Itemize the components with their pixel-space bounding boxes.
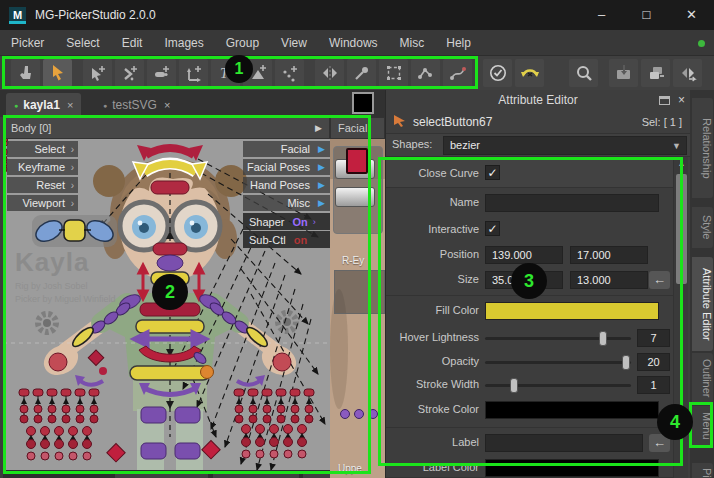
opacity-slider[interactable] xyxy=(485,361,631,364)
facial-dot-button[interactable] xyxy=(340,409,350,419)
position-label: Position xyxy=(386,248,479,260)
reset-menu-button[interactable]: Reset› xyxy=(7,177,78,193)
stroke-width-value[interactable]: 1 xyxy=(637,376,670,394)
zoom-tool-button[interactable] xyxy=(569,59,598,87)
size-reset-button[interactable]: ← xyxy=(649,271,670,289)
mirror-icon xyxy=(320,63,340,83)
side-tab-picker[interactable]: Pic xyxy=(692,463,713,478)
fill-color-swatch[interactable] xyxy=(485,302,659,320)
size-h-field[interactable]: 13.000 xyxy=(570,271,648,289)
menu-bar: Picker Select Edit Images Group View Win… xyxy=(0,30,714,56)
duplicate-button[interactable] xyxy=(641,59,670,87)
side-tab-menu[interactable]: Menu xyxy=(692,406,713,446)
menu-images[interactable]: Images xyxy=(153,30,214,56)
maximize-button[interactable]: □ xyxy=(624,0,669,30)
facial-poses-tab-button[interactable]: Facial Poses▶ xyxy=(243,159,330,175)
facial-gray-button[interactable] xyxy=(335,187,375,207)
hover-lightness-value[interactable]: 7 xyxy=(637,329,670,347)
facial-panel-header[interactable]: Facial xyxy=(330,117,385,139)
viewport-menu-button[interactable]: Viewport› xyxy=(7,195,78,211)
chevron-icon: › xyxy=(71,162,74,173)
tab-testsvg[interactable]: ● testSVG × xyxy=(95,93,178,117)
stroke-width-slider[interactable] xyxy=(485,384,631,387)
label-color-swatch[interactable] xyxy=(485,459,659,477)
button-label: Keyframe xyxy=(18,161,65,173)
position-y-field[interactable]: 17.000 xyxy=(570,246,648,264)
polyline-tool-button[interactable] xyxy=(411,59,440,87)
select-menu-button[interactable]: Select› xyxy=(7,141,78,157)
menu-edit[interactable]: Edit xyxy=(111,30,154,56)
opacity-value[interactable]: 20 xyxy=(637,353,670,371)
tab-close-icon[interactable]: × xyxy=(164,99,170,111)
keyframe-menu-button[interactable]: Keyframe› xyxy=(7,159,78,175)
menu-group[interactable]: Group xyxy=(215,30,270,56)
side-tab-outliner[interactable]: Outliner xyxy=(692,353,713,403)
eye-control-button[interactable] xyxy=(346,148,368,174)
minimize-button[interactable]: – xyxy=(579,0,624,30)
mirror-tool-button[interactable] xyxy=(315,59,344,87)
import-image-button[interactable] xyxy=(609,59,638,87)
side-tab-relationship[interactable]: Relationship xyxy=(692,98,713,198)
side-tab-attribute-editor[interactable]: Attribute Editor xyxy=(692,257,713,351)
add-slider-button-tool[interactable] xyxy=(147,59,176,87)
select-tool-button[interactable] xyxy=(43,59,72,87)
tab-kayla1[interactable]: ● kayla1 × xyxy=(6,93,81,117)
scroll-up-icon[interactable]: ▲ xyxy=(674,157,689,171)
body-panel-header[interactable]: Body [0] ▶ xyxy=(3,117,330,139)
stroke-color-swatch[interactable] xyxy=(485,401,659,419)
subctl-toggle[interactable]: Sub-Ctl on xyxy=(243,231,330,248)
facial-picker-canvas[interactable]: R-Ey Uppe xyxy=(330,139,385,478)
background-color-swatch[interactable] xyxy=(352,92,374,114)
position-x-field[interactable]: 139.000 xyxy=(485,246,563,264)
menu-select[interactable]: Select xyxy=(55,30,110,56)
button-label: Viewport xyxy=(22,197,65,209)
picker-bottom-strip xyxy=(3,470,330,478)
menu-misc[interactable]: Misc xyxy=(389,30,436,56)
facial-dot-button[interactable] xyxy=(354,409,364,419)
annotation-number-1: 1 xyxy=(225,55,253,83)
facial-tab-button[interactable]: Facial▶ xyxy=(243,141,330,157)
menu-picker[interactable]: Picker xyxy=(0,30,55,56)
float-panel-icon[interactable] xyxy=(659,96,670,105)
bezier-tool-button[interactable] xyxy=(443,59,472,87)
hand-poses-tab-button[interactable]: Hand Poses▶ xyxy=(243,177,330,193)
shapes-dropdown[interactable]: bezier ▼ xyxy=(443,136,687,155)
menu-windows[interactable]: Windows xyxy=(318,30,389,56)
hover-lightness-slider[interactable] xyxy=(485,337,631,340)
add-select-button-tool[interactable] xyxy=(83,59,112,87)
attribute-scroll-area[interactable]: Close Curve ✓ Name Interactive ✓ Positio… xyxy=(386,157,673,478)
tab-close-icon[interactable]: × xyxy=(67,99,73,111)
shapes-value: bezier xyxy=(450,139,480,151)
interactive-checkbox[interactable]: ✓ xyxy=(485,221,500,236)
add-transform-button-tool[interactable] xyxy=(179,59,208,87)
add-command-button-tool[interactable] xyxy=(115,59,144,87)
stroke-width-row: Stroke Width 1 xyxy=(386,374,673,396)
close-button[interactable]: ✕ xyxy=(669,0,714,30)
apply-check-button[interactable] xyxy=(483,59,512,87)
close-panel-icon[interactable]: × xyxy=(678,94,685,106)
scrollbar-handle[interactable] xyxy=(676,174,687,284)
swap-arrows-button[interactable] xyxy=(515,59,544,87)
menu-view[interactable]: View xyxy=(270,30,318,56)
add-points-button-tool[interactable] xyxy=(275,59,304,87)
eye-control-box xyxy=(334,270,385,314)
side-tab-style[interactable]: Style xyxy=(692,207,713,248)
bezier-icon xyxy=(448,63,468,83)
panel-expand-icon[interactable]: ▶ xyxy=(315,123,322,133)
goto-icon: ▶ xyxy=(318,198,325,208)
side-tab-strip: Relationship Style Attribute Editor Outl… xyxy=(690,90,714,478)
goto-icon: ▶ xyxy=(318,180,325,190)
menu-help[interactable]: Help xyxy=(435,30,482,56)
facial-dot-button[interactable] xyxy=(368,409,378,419)
name-field[interactable] xyxy=(485,194,659,212)
misc-tab-button[interactable]: Misc▶ xyxy=(243,195,330,211)
marquee-select-tool-button[interactable] xyxy=(379,59,408,87)
label-field[interactable] xyxy=(485,434,643,452)
opacity-row: Opacity 20 xyxy=(386,351,673,373)
color-picker-tool-button[interactable] xyxy=(347,59,376,87)
hand-tool-button[interactable] xyxy=(11,59,40,87)
mirror-copy-button[interactable] xyxy=(673,59,702,87)
shaper-toggle[interactable]: Shaper On › xyxy=(243,213,330,230)
shaper-label: Shaper xyxy=(249,216,284,228)
close-curve-checkbox[interactable]: ✓ xyxy=(485,165,500,180)
